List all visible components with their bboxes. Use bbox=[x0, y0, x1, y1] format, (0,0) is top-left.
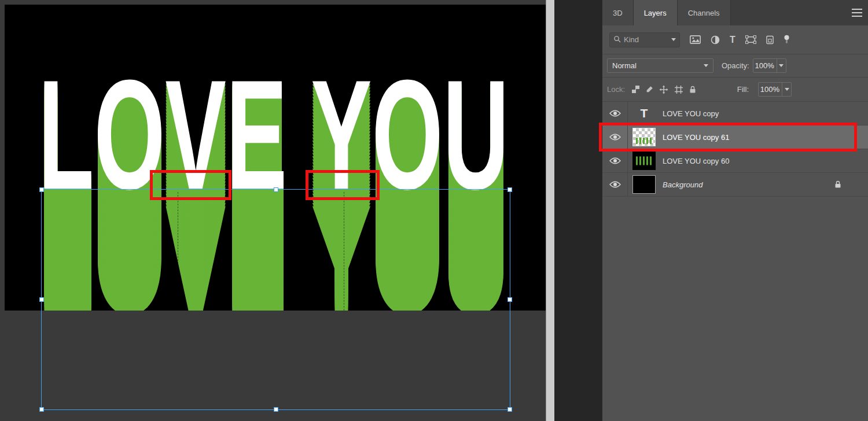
highlight-box-canvas-2 bbox=[306, 170, 380, 200]
shape-layer-filter-icon[interactable] bbox=[745, 34, 756, 46]
transform-handle[interactable] bbox=[274, 407, 278, 412]
filter-type-dropdown[interactable]: Kind bbox=[609, 32, 680, 47]
document-window: LOVE YOU bbox=[0, 0, 546, 421]
layer-row[interactable]: T LOVE YOU copy bbox=[602, 102, 868, 125]
highlight-box-canvas-1 bbox=[150, 170, 231, 200]
lock-artboard-icon[interactable] bbox=[674, 84, 683, 95]
tab-channels[interactable]: Channels bbox=[678, 0, 731, 25]
type-layer-icon: T bbox=[641, 106, 648, 120]
transform-handle[interactable] bbox=[39, 407, 44, 412]
pixel-layer-filter-icon[interactable] bbox=[690, 34, 701, 46]
transform-handle[interactable] bbox=[39, 297, 44, 302]
lock-icon bbox=[834, 180, 841, 189]
visibility-toggle[interactable] bbox=[602, 149, 628, 172]
opacity-value: 100% bbox=[753, 61, 777, 70]
transform-handle[interactable] bbox=[39, 187, 44, 192]
chevron-down-icon bbox=[777, 59, 786, 72]
opacity-label: Opacity: bbox=[722, 61, 749, 70]
tab-layers[interactable]: Layers bbox=[634, 0, 678, 25]
layers-panel: 3D Layers Channels Kind T bbox=[602, 0, 868, 421]
filter-row: Kind T bbox=[602, 25, 868, 54]
transform-handle[interactable] bbox=[507, 187, 512, 192]
layer-row-background[interactable]: Background bbox=[602, 173, 868, 197]
layer-name[interactable]: LOVE YOU copy 60 bbox=[663, 157, 729, 165]
thumbnail-preview bbox=[636, 157, 652, 165]
layer-name[interactable]: Background bbox=[663, 180, 703, 189]
visibility-toggle[interactable] bbox=[602, 173, 628, 196]
lock-label: Lock: bbox=[607, 85, 625, 94]
layer-thumbnail[interactable] bbox=[632, 152, 656, 170]
chevron-down-icon bbox=[671, 38, 676, 41]
transform-handle[interactable] bbox=[507, 297, 512, 302]
filter-search-label: Kind bbox=[624, 35, 668, 44]
tab-3d[interactable]: 3D bbox=[602, 0, 634, 25]
vertical-scrollbar[interactable] bbox=[546, 0, 554, 421]
highlight-box-layer bbox=[599, 123, 857, 152]
layer-row[interactable]: LOVE YOU copy 60 bbox=[602, 149, 868, 173]
blend-mode-dropdown[interactable]: Normal bbox=[607, 58, 713, 73]
lock-pixels-brush-icon[interactable] bbox=[645, 84, 653, 95]
panel-tab-bar: 3D Layers Channels bbox=[602, 0, 868, 25]
adjustment-layer-filter-icon[interactable] bbox=[711, 34, 720, 46]
chevron-down-icon bbox=[782, 83, 791, 96]
eye-icon bbox=[609, 180, 621, 189]
eye-icon bbox=[609, 157, 621, 165]
photoshop-workspace: LOVE YOU 3D Layers Channels bbox=[0, 0, 868, 421]
search-icon bbox=[613, 35, 621, 45]
transform-handle[interactable] bbox=[274, 187, 278, 192]
blend-row: Normal Opacity: 100% bbox=[602, 54, 868, 77]
lock-transparency-icon[interactable] bbox=[632, 84, 639, 95]
layer-thumbnail-type[interactable]: T bbox=[632, 104, 656, 123]
workspace-background bbox=[554, 0, 602, 421]
opacity-dropdown[interactable]: 100% bbox=[753, 58, 786, 73]
fill-dropdown[interactable]: 100% bbox=[758, 82, 792, 97]
layer-thumbnail[interactable] bbox=[632, 175, 656, 194]
eye-icon bbox=[609, 109, 621, 117]
fill-value: 100% bbox=[759, 85, 782, 94]
smart-object-filter-icon[interactable] bbox=[766, 34, 774, 46]
layer-name[interactable]: LOVE YOU copy bbox=[663, 109, 719, 118]
lock-row: Lock: Fill: 100% bbox=[602, 77, 868, 102]
blend-mode-value: Normal bbox=[612, 61, 704, 70]
chevron-down-icon bbox=[704, 64, 708, 67]
filter-switch-icon[interactable] bbox=[784, 34, 790, 46]
transform-handle[interactable] bbox=[507, 407, 512, 412]
type-layer-filter-icon[interactable]: T bbox=[730, 34, 735, 46]
fill-label: Fill: bbox=[737, 85, 749, 94]
visibility-toggle[interactable] bbox=[602, 102, 628, 125]
lock-all-icon[interactable] bbox=[689, 84, 696, 95]
lock-position-move-icon[interactable] bbox=[659, 84, 668, 95]
transform-bounding-box[interactable] bbox=[41, 189, 510, 410]
panel-menu-icon[interactable] bbox=[852, 9, 862, 17]
